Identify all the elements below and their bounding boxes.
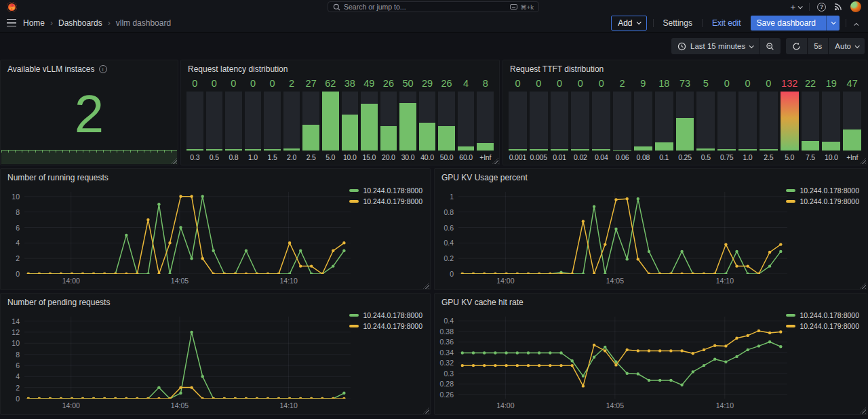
y-axis-tick-label: 0.26 bbox=[435, 391, 454, 399]
refresh-interval[interactable]: 5s bbox=[807, 38, 828, 54]
panel-request-ttft: Request TTFT distribution 00.00100.00500… bbox=[502, 60, 867, 165]
plot-area[interactable] bbox=[458, 192, 787, 274]
series-point bbox=[626, 258, 629, 260]
series-point bbox=[157, 386, 160, 388]
breadcrumb-dashboards[interactable]: Dashboards bbox=[58, 18, 102, 28]
add-button[interactable]: Add bbox=[611, 16, 646, 31]
bar-track bbox=[613, 92, 631, 151]
series-point bbox=[724, 361, 727, 363]
plot-area[interactable] bbox=[24, 317, 351, 399]
bar-value-label: 0 bbox=[738, 78, 757, 89]
panel-title[interactable]: Available vLLM instacesi bbox=[1, 60, 178, 78]
series-point bbox=[735, 355, 738, 358]
panel-gpu-kv-usage: GPU KV Usage percent 00.20.40.60.8114:00… bbox=[434, 168, 867, 290]
plot-area[interactable] bbox=[24, 192, 351, 274]
timeseries-plot[interactable] bbox=[458, 317, 787, 399]
refresh-button[interactable] bbox=[786, 38, 807, 54]
y-axis-tick-label: 0.6 bbox=[435, 224, 454, 232]
timeseries-plot[interactable] bbox=[24, 192, 351, 274]
legend: 10.244.0.178:800010.244.0.179:8000 bbox=[349, 311, 422, 330]
bar-value-label: 0 bbox=[206, 78, 223, 89]
series-point bbox=[779, 243, 782, 245]
settings-button[interactable]: Settings bbox=[660, 16, 696, 31]
panel-title[interactable]: Number of pending requests bbox=[1, 294, 430, 311]
x-axis-tick-label: 14:00 bbox=[489, 401, 521, 410]
series-line bbox=[462, 342, 781, 385]
help-icon[interactable]: ? bbox=[817, 3, 826, 12]
bar-track bbox=[225, 92, 242, 151]
bar-track bbox=[738, 92, 757, 151]
y-axis-tick-label: 4 bbox=[1, 239, 20, 247]
collapse-toolbar-button[interactable] bbox=[852, 17, 861, 29]
series-point bbox=[768, 264, 771, 267]
bar-column: 00.005 bbox=[530, 78, 548, 161]
bar-column: 02.5 bbox=[760, 78, 778, 161]
legend-item[interactable]: 10.244.0.179:8000 bbox=[349, 322, 422, 330]
bar-value-label: 0 bbox=[225, 78, 242, 89]
bar-track bbox=[634, 92, 652, 151]
timeseries-plot[interactable] bbox=[24, 317, 351, 399]
x-axis-tick-label: 14:00 bbox=[489, 277, 521, 285]
bar-fill bbox=[655, 142, 673, 151]
legend-item[interactable]: 10.244.0.178:8000 bbox=[349, 311, 422, 319]
series-point bbox=[604, 349, 606, 352]
legend-item[interactable]: 10.244.0.178:8000 bbox=[786, 311, 859, 319]
legend-item[interactable]: 10.244.0.178:8000 bbox=[349, 186, 422, 195]
bar-track bbox=[477, 92, 494, 151]
legend-item[interactable]: 10.244.0.179:8000 bbox=[349, 197, 422, 205]
bar-category-label: 0.1 bbox=[655, 151, 673, 161]
breadcrumb-home[interactable]: Home bbox=[23, 18, 45, 28]
legend-item[interactable]: 10.244.0.179:8000 bbox=[786, 197, 859, 205]
exit-edit-button[interactable]: Exit edit bbox=[709, 16, 745, 31]
zoom-out-button[interactable] bbox=[759, 38, 781, 54]
series-point bbox=[157, 203, 160, 205]
bar-track bbox=[302, 92, 319, 151]
plot-area[interactable] bbox=[458, 317, 787, 399]
info-icon[interactable]: i bbox=[99, 65, 107, 73]
bar-category-label: 15.0 bbox=[361, 151, 378, 161]
y-axis-tick-label: 6 bbox=[1, 224, 20, 232]
search-input[interactable]: Search or jump to... ⌘+k bbox=[328, 1, 539, 12]
timeseries-plot[interactable] bbox=[458, 192, 787, 274]
panel-request-latency: Request latency distribution 00.300.500.… bbox=[180, 60, 500, 165]
menu-icon[interactable] bbox=[7, 19, 16, 26]
series-point bbox=[288, 241, 291, 244]
bar-track bbox=[592, 92, 610, 151]
series-point bbox=[494, 364, 496, 367]
new-button[interactable]: + bbox=[790, 2, 802, 12]
x-axis-tick-label: 14:10 bbox=[273, 277, 305, 285]
bar-value-label: 132 bbox=[781, 78, 799, 89]
bar-category-label: 30.0 bbox=[399, 151, 416, 161]
breadcrumb-current: vllm dashboard bbox=[116, 18, 171, 28]
series-point bbox=[483, 364, 486, 367]
legend-item[interactable]: 10.244.0.178:8000 bbox=[786, 186, 859, 195]
panel-title[interactable]: GPU KV Usage percent bbox=[435, 169, 867, 186]
panel-title[interactable]: GPU KV cache hit rate bbox=[435, 294, 867, 311]
series-point bbox=[604, 243, 606, 245]
auto-refresh-picker[interactable]: Auto bbox=[828, 38, 865, 54]
series-point bbox=[571, 359, 574, 362]
series-point bbox=[461, 351, 464, 354]
series-point bbox=[49, 397, 52, 399]
legend-item[interactable]: 10.244.0.179:8000 bbox=[786, 322, 859, 330]
save-dashboard-button[interactable]: Save dashboard bbox=[751, 16, 840, 31]
series-point bbox=[747, 348, 749, 351]
series-point bbox=[658, 349, 661, 352]
bar-category-label: 20.0 bbox=[380, 151, 397, 161]
clock-icon bbox=[677, 42, 686, 51]
panel-title[interactable]: Request latency distribution bbox=[181, 60, 499, 78]
series-point bbox=[483, 273, 486, 274]
grafana-logo-icon[interactable] bbox=[7, 2, 17, 12]
panel-title[interactable]: Request TTFT distribution bbox=[503, 60, 867, 78]
panel-title[interactable]: Number of running requests bbox=[1, 169, 430, 186]
bar-fill bbox=[613, 150, 631, 151]
time-range-picker[interactable]: Last 15 minutes bbox=[671, 38, 759, 54]
save-options-toggle[interactable] bbox=[826, 16, 840, 31]
bar-column: 20.06 bbox=[613, 78, 631, 161]
series-point bbox=[483, 351, 486, 354]
bar-column: 730.25 bbox=[676, 78, 694, 161]
series-point bbox=[92, 397, 95, 399]
bar-column: 00.5 bbox=[206, 78, 223, 161]
user-avatar[interactable] bbox=[850, 1, 861, 12]
news-icon[interactable] bbox=[833, 2, 843, 12]
